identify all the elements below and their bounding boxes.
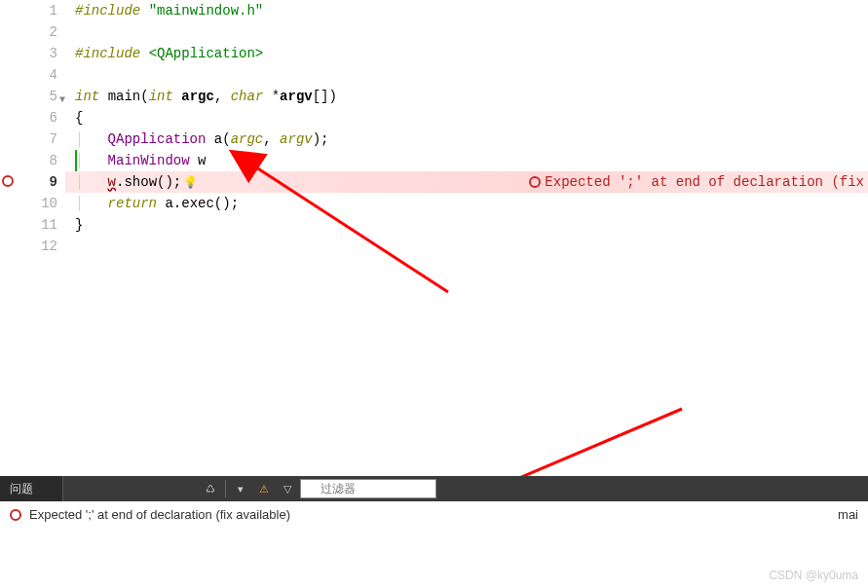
code-line[interactable]: } <box>65 214 868 236</box>
line-number-gutter: 1 2 3 4 5▼ 6 7 8 9 10 11 12 <box>0 0 65 467</box>
gutter-line[interactable]: 5▼ <box>0 86 57 107</box>
code-line[interactable]: │ QApplication a(argc, argv); <box>65 129 868 150</box>
error-icon <box>529 176 541 188</box>
filter-box: 🔍 <box>300 479 436 498</box>
problem-text: Expected ';' at end of declaration (fix … <box>29 507 290 522</box>
code-line[interactable] <box>65 236 868 257</box>
filter-input[interactable] <box>300 479 436 498</box>
error-icon[interactable] <box>2 175 14 187</box>
lightbulb-icon[interactable]: 💡 <box>183 176 198 190</box>
gutter-line[interactable]: 3 <box>0 43 57 64</box>
problem-item[interactable]: Expected ';' at end of declaration (fix … <box>10 507 290 522</box>
separator <box>225 480 226 497</box>
filter-icon[interactable]: ▽ <box>277 478 298 499</box>
cursor-icon <box>75 150 77 171</box>
code-line[interactable]: #include "mainwindow.h" <box>65 0 868 21</box>
clear-icon[interactable]: ♺ <box>200 478 221 499</box>
gutter-line[interactable]: 7 <box>0 129 57 150</box>
code-line[interactable]: #include <QApplication> <box>65 43 868 64</box>
code-line[interactable]: { <box>65 107 868 129</box>
code-area[interactable]: #include "mainwindow.h" #include <QAppli… <box>65 0 868 467</box>
problems-panel: 问题 ♺ ▾ ⚠ ▽ 🔍 Expected ';' at end of decl… <box>0 476 868 528</box>
gutter-line[interactable]: 6 <box>0 107 57 129</box>
code-line[interactable] <box>65 64 868 86</box>
code-line[interactable]: │ MainWindow w <box>65 150 868 171</box>
editor-area: 1 2 3 4 5▼ 6 7 8 9 10 11 12 #include "ma… <box>0 0 868 467</box>
warning-icon[interactable]: ⚠ <box>253 478 275 499</box>
code-line[interactable]: int main(int argc, char *argv[]) <box>65 86 868 107</box>
error-icon <box>10 509 21 521</box>
problem-file: mai <box>838 507 858 522</box>
panel-toolbar: ♺ ▾ ⚠ ▽ 🔍 <box>63 478 436 499</box>
gutter-line[interactable]: 12 <box>0 236 57 257</box>
panel-header: 问题 ♺ ▾ ⚠ ▽ 🔍 <box>0 476 868 501</box>
gutter-line-current[interactable]: 9 <box>0 171 57 193</box>
gutter-line[interactable]: 1 <box>0 0 57 21</box>
inline-error-message[interactable]: Expected ';' at end of declaration (fix <box>529 171 868 193</box>
gutter-line[interactable]: 4 <box>0 64 57 86</box>
code-line[interactable]: │ return a.exec(); <box>65 193 868 214</box>
collapse-icon[interactable]: ▾ <box>230 478 251 499</box>
watermark: CSDN @ky0uma <box>769 569 858 582</box>
gutter-line[interactable]: 10 <box>0 193 57 214</box>
gutter-line[interactable]: 8 <box>0 150 57 171</box>
panel-body: Expected ';' at end of declaration (fix … <box>0 501 868 528</box>
tab-problems[interactable]: 问题 <box>0 476 63 501</box>
gutter-line[interactable]: 2 <box>0 21 57 43</box>
gutter-line[interactable]: 11 <box>0 214 57 236</box>
code-line[interactable] <box>65 21 868 43</box>
code-line-error[interactable]: │ w.show();💡 Expected ';' at end of decl… <box>65 171 868 193</box>
